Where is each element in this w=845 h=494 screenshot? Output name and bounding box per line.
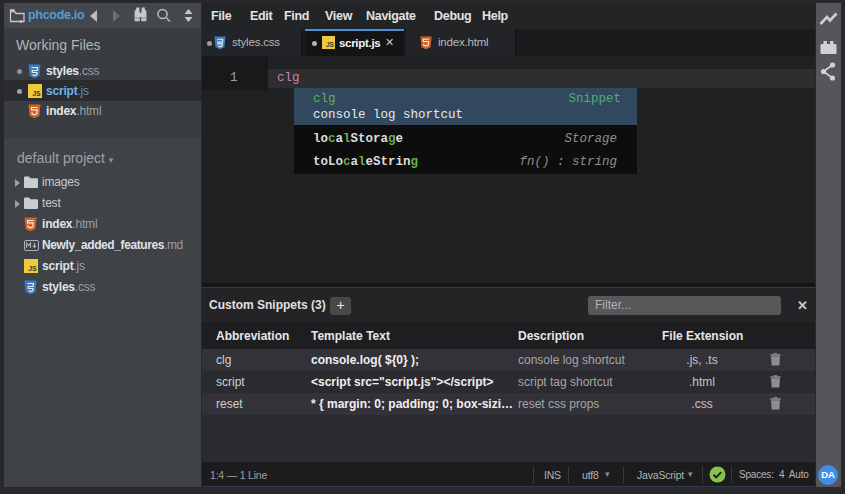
svg-text:JS: JS bbox=[32, 90, 41, 97]
svg-text:JS: JS bbox=[326, 41, 334, 48]
svg-text:JS: JS bbox=[28, 265, 37, 272]
